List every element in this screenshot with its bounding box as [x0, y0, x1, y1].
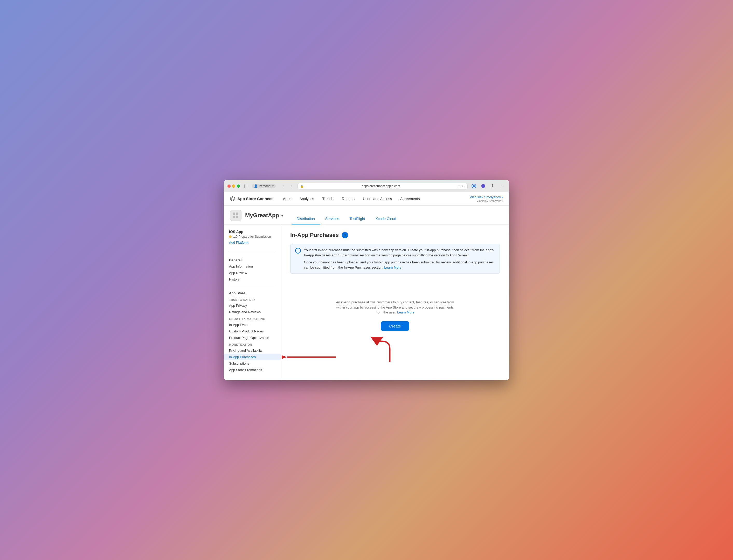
app-icon-grid	[233, 213, 239, 218]
empty-state-text: An in-app purchase allows customers to b…	[333, 300, 457, 315]
sub-tabs: Distribution Services TestFlight Xcode C…	[292, 214, 401, 224]
main-panel: In-App Purchases + i Your first in-app p…	[281, 224, 509, 380]
empty-state: An in-app purchase allows customers to b…	[290, 284, 500, 341]
app-store-connect-label: App Store Connect	[237, 196, 273, 201]
sidebar-item-ratings-reviews[interactable]: Ratings and Reviews	[224, 309, 281, 315]
sidebar-item-product-page-optimization[interactable]: Product Page Optimization	[224, 334, 281, 341]
app-nav: Apps Analytics Trends Reports Users and …	[283, 193, 470, 205]
refresh-icon[interactable]: ↻	[462, 184, 465, 188]
app-logo: App Store Connect	[230, 196, 273, 201]
app-name-row: MyGreatApp ▾	[245, 212, 283, 219]
add-tab-button[interactable]: +	[498, 182, 505, 190]
sidebar-item-in-app-events[interactable]: In-App Events	[224, 322, 281, 328]
nav-reports[interactable]: Reports	[342, 193, 355, 205]
forward-button[interactable]: ›	[288, 183, 295, 189]
browser-chrome: 👤 Personal ▾ ‹ › 🔒 appstoreconnect.apple…	[224, 180, 509, 192]
url-bar[interactable]: 🔒 appstoreconnect.apple.com ⊡ ↻	[298, 183, 468, 189]
sidebar-item-app-privacy[interactable]: App Privacy	[224, 302, 281, 309]
sidebar-item-wrapper-in-app-purchases: In-App Purchases	[224, 354, 281, 360]
sidebar-item-app-information[interactable]: App Information	[224, 263, 281, 270]
sidebar-item-subscriptions[interactable]: Subscriptions	[224, 360, 281, 367]
sidebar-item-app-review[interactable]: App Review	[224, 270, 281, 276]
browser-window: 👤 Personal ▾ ‹ › 🔒 appstoreconnect.apple…	[224, 180, 509, 380]
app-store-connect-icon	[230, 196, 235, 201]
user-chevron-icon: ▾	[502, 196, 503, 199]
sidebar-monetization-label: MONETIZATION	[224, 341, 281, 347]
create-button[interactable]: Create	[381, 321, 409, 331]
sidebar-item-app-store-promotions[interactable]: App Store Promotions	[224, 367, 281, 373]
app-identity: MyGreatApp ▾	[230, 210, 283, 224]
svg-rect-0	[244, 185, 245, 188]
back-button[interactable]: ‹	[280, 183, 287, 189]
browser-actions: +	[470, 182, 505, 190]
sidebar-toggle-icon[interactable]	[243, 183, 249, 189]
sidebar-version: 1.0 Prepare for Submission	[229, 234, 276, 240]
version-text: 1.0 Prepare for Submission	[233, 235, 271, 238]
maximize-button[interactable]	[237, 185, 240, 188]
add-in-app-purchase-button[interactable]: +	[342, 232, 348, 238]
app-name: MyGreatApp	[245, 212, 279, 219]
app-name-chevron-icon[interactable]: ▾	[281, 213, 283, 218]
sidebar-general-label: General	[224, 256, 281, 263]
info-banner: i Your first in-app purchase must be sub…	[290, 244, 500, 274]
user-subtitle: Vladislav Smolyanoy	[477, 199, 503, 202]
content-layout: iOS App 1.0 Prepare for Submission Add P…	[224, 224, 509, 380]
info-text: Your first in-app purchase must be submi…	[304, 248, 495, 270]
sidebar-trust-safety-label: TRUST & SAFETY	[224, 296, 281, 302]
profile-label: Personal	[259, 184, 271, 188]
app-subheader: MyGreatApp ▾ Distribution Services TestF…	[224, 206, 509, 224]
empty-learn-more-link[interactable]: Learn More	[397, 310, 414, 314]
app-header: App Store Connect Apps Analytics Trends …	[224, 192, 509, 206]
sidebar-add-platform[interactable]: Add Platform	[229, 240, 276, 245]
page-title: In-App Purchases	[290, 232, 339, 238]
nav-analytics[interactable]: Analytics	[300, 193, 314, 205]
cast-icon[interactable]	[470, 182, 477, 190]
minimize-button[interactable]	[232, 185, 235, 188]
nav-agreements[interactable]: Agreements	[400, 193, 420, 205]
version-status-dot	[229, 235, 232, 238]
main-content: MyGreatApp ▾ Distribution Services TestF…	[224, 206, 509, 380]
sidebar-app-store-label: App Store	[224, 289, 281, 296]
nav-trends[interactable]: Trends	[323, 193, 334, 205]
shield-icon[interactable]	[479, 182, 487, 190]
user-name: Vladislav Smolyanoy	[470, 195, 501, 199]
nav-users-access[interactable]: Users and Access	[363, 193, 392, 205]
sidebar-item-in-app-purchases[interactable]: In-App Purchases	[224, 354, 281, 360]
info-learn-more-link[interactable]: Learn More	[384, 265, 401, 269]
tab-testflight[interactable]: TestFlight	[345, 214, 370, 224]
sidebar-item-custom-product-pages[interactable]: Custom Product Pages	[224, 328, 281, 334]
info-icon: i	[295, 248, 301, 254]
sidebar-item-history[interactable]: History	[224, 276, 281, 283]
traffic-lights	[228, 185, 240, 188]
lock-icon: 🔒	[300, 185, 304, 188]
sidebar-item-pricing-availability[interactable]: Pricing and Availability	[224, 347, 281, 354]
sidebar-growth-label: GROWTH & MARKETING	[224, 315, 281, 322]
svg-rect-2	[246, 186, 248, 186]
nav-apps[interactable]: Apps	[283, 193, 291, 205]
app-icon	[230, 210, 242, 221]
info-line-1: Your first in-app purchase must be submi…	[304, 248, 495, 258]
user-section[interactable]: Vladislav Smolyanoy ▾ Vladislav Smolyano…	[470, 195, 503, 202]
sidebar: iOS App 1.0 Prepare for Submission Add P…	[224, 224, 281, 380]
svg-rect-1	[246, 185, 248, 185]
browser-nav: ‹ ›	[280, 183, 295, 189]
tab-xcode-cloud[interactable]: Xcode Cloud	[370, 214, 401, 224]
translate-icon: ⊡	[458, 184, 460, 188]
profile-icon: 👤	[254, 184, 258, 188]
close-button[interactable]	[228, 185, 231, 188]
sidebar-platform-name: iOS App	[229, 230, 276, 234]
share-icon[interactable]	[489, 182, 496, 190]
sidebar-divider-1	[229, 253, 276, 253]
sidebar-divider-2	[229, 286, 276, 286]
profile-chevron: ▾	[272, 184, 274, 188]
tab-services[interactable]: Services	[320, 214, 345, 224]
info-line-2: Once your binary has been uploaded and y…	[304, 260, 495, 270]
browser-titlebar: 👤 Personal ▾ ‹ › 🔒 appstoreconnect.apple…	[228, 182, 505, 190]
url-text: appstoreconnect.apple.com	[306, 184, 456, 188]
profile-pill[interactable]: 👤 Personal ▾	[252, 184, 276, 188]
tab-distribution[interactable]: Distribution	[292, 214, 320, 224]
sidebar-platform: iOS App 1.0 Prepare for Submission Add P…	[224, 230, 281, 250]
svg-rect-3	[246, 187, 248, 187]
page-title-row: In-App Purchases +	[290, 232, 500, 238]
